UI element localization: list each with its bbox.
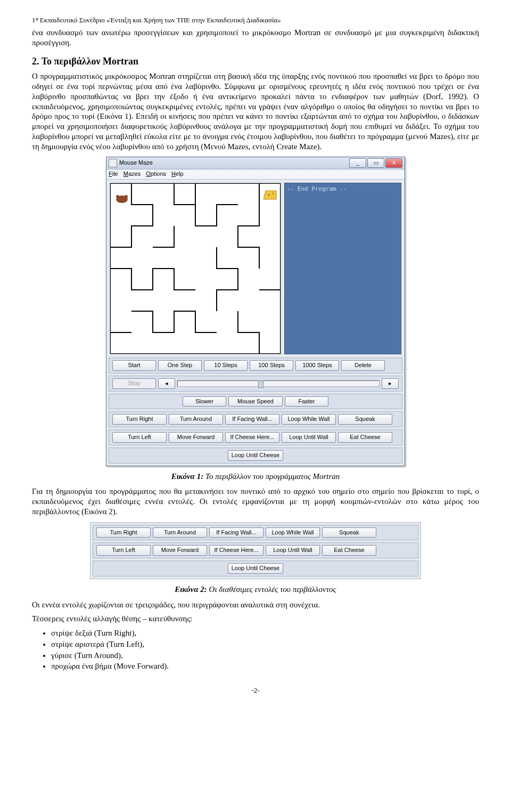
app-icon (109, 159, 117, 167)
loop-until-cheese-button[interactable]: Loop Until Cheese (228, 450, 284, 461)
mouse-speed-label: Mouse Speed (228, 396, 283, 407)
menu-file[interactable]: File (109, 170, 118, 178)
commands-row-2: Turn Left Move Forward If Cheese Here...… (109, 429, 402, 445)
delete-button[interactable]: Delete (341, 360, 385, 371)
command-bullet-list: στρίψε δεξιά (Turn Right), στρίψε αριστε… (51, 628, 479, 671)
list-item: προχώρα ένα βήμα (Move Forward). (51, 661, 479, 671)
eat-cheese-button-2[interactable]: Eat Cheese (322, 545, 376, 556)
ten-steps-button[interactable]: 10 Steps (204, 360, 248, 371)
page-number: -2- (32, 686, 479, 695)
loop-while-wall-button-2[interactable]: Loop While Wall (266, 527, 320, 538)
if-cheese-here-button-2[interactable]: If Cheese Here... (209, 545, 263, 556)
mouse-icon (116, 195, 128, 203)
thousand-steps-button[interactable]: 1000 Steps (295, 360, 339, 371)
section-paragraph: Ο προγραμματιστικός μικρόκοσμος Mortran … (32, 71, 479, 151)
scroll-right-button[interactable]: ▸ (382, 378, 399, 389)
menu-mazes[interactable]: Mazes (123, 170, 141, 178)
figure-2-label: Εικόνα 2: (175, 585, 207, 594)
turn-left-button[interactable]: Turn Left (112, 432, 167, 443)
maze-canvas (110, 183, 281, 354)
squeak-button-2[interactable]: Squeak (322, 527, 376, 538)
commands-row-3b: Loop Until Cheese (93, 561, 418, 576)
svg-point-3 (125, 195, 128, 198)
figure-2-text: Οι διαθέσιμες εντολές του περβάλλοντος (209, 585, 336, 594)
figure-1: Mouse Maze _ ▭ ✕ File Mazes Options Help (32, 157, 479, 466)
if-cheese-here-button[interactable]: If Cheese Here... (225, 432, 279, 443)
loop-until-wall-button-2[interactable]: Loop Until Wall (266, 545, 320, 556)
turn-left-button-2[interactable]: Turn Left (96, 545, 151, 556)
figure-1-text: Το περιβάλλον του προγράμματος Mortran (205, 472, 340, 481)
svg-point-6 (273, 193, 274, 194)
menu-options[interactable]: Options (146, 170, 166, 178)
move-forward-button[interactable]: Move Forward (169, 432, 223, 443)
svg-point-5 (268, 194, 270, 196)
if-facing-wall-button-2[interactable]: If Facing Wall... (209, 527, 263, 538)
loop-until-wall-button[interactable]: Loop Until Wall (282, 432, 336, 443)
titlebar: Mouse Maze _ ▭ ✕ (106, 157, 405, 169)
paragraph-after-fig1: Για τη δημιουργία του προγράμματος που θ… (32, 486, 479, 516)
speed-slider[interactable] (177, 380, 380, 387)
speed-labels: Slower Mouse Speed Faster (109, 394, 402, 410)
window-title: Mouse Maze (119, 159, 153, 167)
maze-svg (110, 183, 281, 354)
program-panel-text: -- End Program -- (287, 185, 347, 192)
slower-label[interactable]: Slower (183, 396, 226, 407)
figure-2-caption: Εικόνα 2: Οι διαθέσιμες εντολές του περβ… (32, 584, 479, 595)
app-window: Mouse Maze _ ▭ ✕ File Mazes Options Help (106, 157, 405, 466)
commands-panel: Turn Right Turn Around If Facing Wall...… (90, 522, 421, 579)
turn-right-button[interactable]: Turn Right (112, 414, 167, 425)
commands-row-1: Turn Right Turn Around If Facing Wall...… (109, 411, 402, 427)
list-item: γύρισε (Turn Around), (51, 651, 479, 661)
list-intro: Τέσσερεις εντολές αλλαγής θέσης – κατεύθ… (32, 614, 479, 624)
list-item: στρίψε δεξιά (Turn Right), (51, 628, 479, 638)
faster-label[interactable]: Faster (285, 396, 328, 407)
stop-button[interactable]: Stop (112, 378, 156, 389)
section-heading: 2. Το περιβάλλον Mortran (32, 55, 479, 68)
list-item: στρίψε αριστερά (Turn Left), (51, 639, 479, 649)
turn-right-button-2[interactable]: Turn Right (96, 527, 151, 538)
commands-row-3: Loop Until Cheese (109, 448, 402, 464)
turn-around-button[interactable]: Turn Around (169, 414, 223, 425)
controls-row-1: Start One Step 10 Steps 100 Steps 1000 S… (109, 358, 402, 373)
loop-while-wall-button[interactable]: Loop While Wall (282, 414, 336, 425)
close-button[interactable]: ✕ (385, 158, 402, 168)
paragraph-after-fig2: Οι εννέα εντολές χωρίζονται σε τρειςομάδ… (32, 600, 479, 610)
maximize-button[interactable]: ▭ (367, 158, 384, 168)
figure-2: Turn Right Turn Around If Facing Wall...… (32, 522, 479, 579)
intro-paragraph: ένα συνδυασμό των ανωτέρω προσεγγίσεων κ… (32, 28, 479, 48)
squeak-button[interactable]: Squeak (338, 414, 392, 425)
one-step-button[interactable]: One Step (158, 360, 202, 371)
menubar: File Mazes Options Help (106, 169, 405, 180)
if-facing-wall-button[interactable]: If Facing Wall... (225, 414, 279, 425)
figure-1-label: Εικόνα 1: (171, 472, 204, 481)
commands-row-1b: Turn Right Turn Around If Facing Wall...… (93, 525, 418, 541)
svg-point-2 (116, 195, 119, 198)
controls-row-2: Stop ◂ ▸ (109, 376, 402, 392)
cheese-icon (263, 191, 276, 199)
menu-help[interactable]: Help (171, 170, 184, 178)
start-button[interactable]: Start (112, 360, 156, 371)
commands-row-2b: Turn Left Move Forward If Cheese Here...… (93, 542, 418, 558)
hundred-steps-button[interactable]: 100 Steps (250, 360, 293, 371)
scroll-left-button[interactable]: ◂ (158, 378, 175, 389)
program-panel: -- End Program -- (284, 183, 401, 354)
turn-around-button-2[interactable]: Turn Around (153, 527, 207, 538)
eat-cheese-button[interactable]: Eat Cheese (338, 432, 392, 443)
page-header: 1ᵒ Εκπαιδευτικό Συνέδριο «Ένταξη και Χρή… (32, 16, 479, 25)
figure-1-caption: Εικόνα 1: Το περιβάλλον του προγράμματος… (32, 472, 479, 482)
loop-until-cheese-button-2[interactable]: Loop Until Cheese (228, 563, 284, 574)
move-forward-button-2[interactable]: Move Forward (153, 545, 207, 556)
minimize-button[interactable]: _ (349, 158, 366, 168)
